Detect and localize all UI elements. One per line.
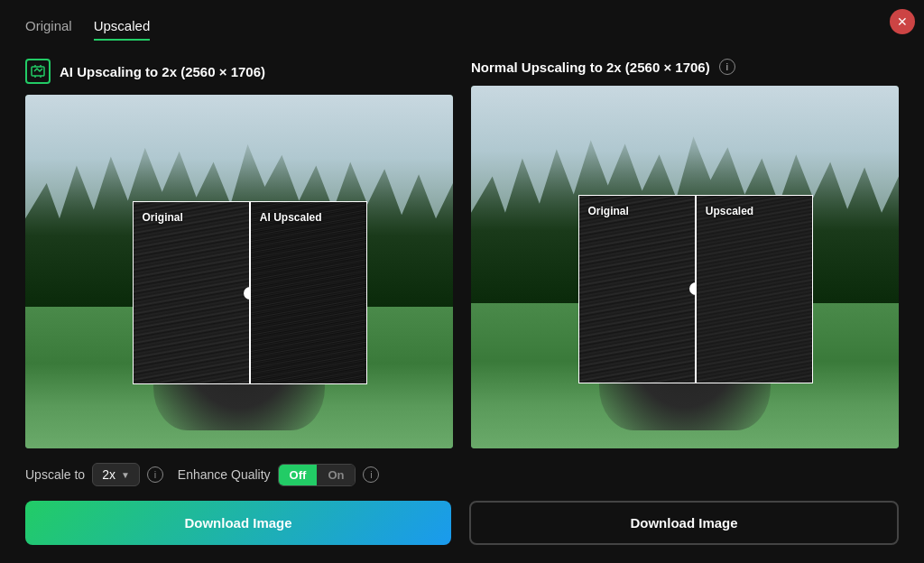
normal-comp-upscaled: Upscaled: [697, 196, 812, 383]
main-container: ✕ Original Upscaled AI Upscaling to 2x (…: [0, 0, 924, 563]
controls-area: Upscale to 2x ▼ i Enhance Quality Off On…: [25, 463, 899, 486]
normal-panel-info-icon[interactable]: i: [719, 59, 735, 75]
tab-upscaled[interactable]: Upscaled: [94, 18, 151, 41]
buttons-row: Download Image Download Image: [25, 501, 899, 545]
normal-panel-title: Normal Upscaling to 2x (2560 × 1706): [471, 60, 710, 75]
normal-comp-original: Original: [579, 196, 695, 383]
upscale-control: Upscale to 2x ▼ i: [25, 463, 163, 486]
normal-panel: Normal Upscaling to 2x (2560 × 1706) i O…: [471, 59, 899, 448]
ai-comp-original: Original: [134, 202, 249, 384]
tab-bar: Original Upscaled: [25, 18, 899, 41]
ai-hair-upscaled: [251, 202, 366, 384]
normal-hair-original: [579, 196, 695, 383]
svg-rect-0: [32, 67, 44, 76]
ai-comp-upscaled: AI Upscaled: [251, 202, 366, 384]
ai-image-container: Original AI Upscaled: [25, 95, 453, 448]
normal-hair-upscaled: [697, 196, 812, 383]
ai-image-bg: Original AI Upscaled: [25, 95, 453, 448]
close-button[interactable]: ✕: [890, 9, 915, 34]
panels-container: AI Upscaling to 2x (2560 × 1706) Origina…: [25, 59, 899, 448]
ai-icon: [25, 59, 51, 84]
normal-image-container: Original Upscaled: [471, 86, 899, 448]
enhance-toggle-off[interactable]: Off: [279, 465, 318, 485]
enhance-label: Enhance Quality: [178, 467, 271, 482]
ai-comp-original-label: Original: [143, 211, 183, 224]
enhance-toggle: Off On: [278, 464, 356, 486]
ai-panel: AI Upscaling to 2x (2560 × 1706) Origina…: [25, 59, 453, 448]
upscale-label: Upscale to: [25, 467, 85, 482]
normal-comp-original-label: Original: [588, 205, 629, 217]
download-normal-button[interactable]: Download Image: [469, 501, 899, 545]
ai-panel-title: AI Upscaling to 2x (2560 × 1706): [60, 64, 265, 79]
normal-comparison-box: Original Upscaled: [578, 195, 814, 383]
ai-panel-header: AI Upscaling to 2x (2560 × 1706): [25, 59, 453, 84]
upscale-dropdown[interactable]: 2x ▼: [92, 463, 140, 486]
normal-comp-upscaled-label: Upscaled: [706, 205, 753, 217]
dropdown-arrow-icon: ▼: [121, 470, 130, 480]
ai-comparison-box: Original AI Upscaled: [133, 201, 368, 385]
ai-hair-original: [134, 202, 249, 384]
download-ai-button[interactable]: Download Image: [25, 501, 451, 545]
enhance-info-icon[interactable]: i: [363, 466, 379, 483]
upscale-info-icon[interactable]: i: [147, 466, 163, 483]
upscale-value: 2x: [102, 467, 116, 482]
normal-panel-header: Normal Upscaling to 2x (2560 × 1706) i: [471, 59, 899, 75]
ai-comp-upscaled-label: AI Upscaled: [260, 211, 322, 224]
enhance-toggle-on[interactable]: On: [317, 465, 355, 485]
enhance-control: Enhance Quality Off On i: [178, 464, 380, 486]
tab-original[interactable]: Original: [25, 18, 72, 41]
normal-image-bg: Original Upscaled: [471, 86, 899, 448]
